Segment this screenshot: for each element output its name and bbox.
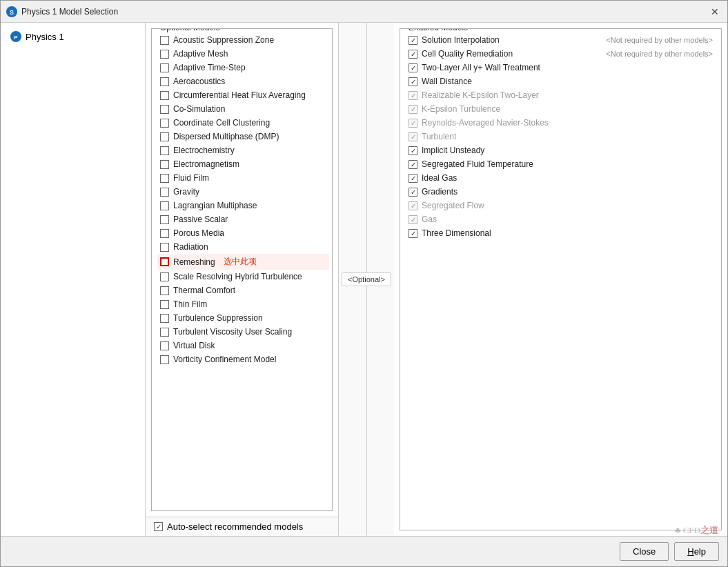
optional-model-item[interactable]: Adaptive Time-Step <box>157 61 329 74</box>
optional-model-checkbox[interactable] <box>160 243 169 252</box>
enabled-model-note: <Not required by other models> <box>606 36 713 44</box>
optional-model-checkbox[interactable] <box>160 328 169 337</box>
optional-model-checkbox[interactable] <box>160 105 169 114</box>
enabled-model-note: <Not required by other models> <box>606 50 713 58</box>
optional-model-checkbox[interactable] <box>160 63 169 72</box>
enabled-model-label: Gradients <box>422 187 458 197</box>
help-label: Help <box>687 546 706 557</box>
optional-model-item[interactable]: Radiation <box>157 240 329 254</box>
optional-model-checkbox[interactable] <box>160 272 169 281</box>
optional-model-checkbox[interactable] <box>160 146 169 155</box>
enabled-model-checkbox[interactable] <box>409 105 417 114</box>
enabled-model-checkbox[interactable] <box>409 63 417 72</box>
optional-model-item[interactable]: Remeshing选中此项 <box>157 254 329 270</box>
enabled-group-box: Enabled Models Solution Interpolation<No… <box>400 28 722 530</box>
enabled-model-checkbox[interactable] <box>409 229 417 238</box>
optional-model-label: Gravity <box>173 187 199 197</box>
optional-model-checkbox[interactable] <box>160 160 169 169</box>
enabled-model-label: Realizable K-Epsilon Two-Layer <box>422 90 539 100</box>
optional-model-item[interactable]: Coordinate Cell Clustering <box>157 116 329 130</box>
auto-select-footer: Auto-select recommended models <box>146 517 338 536</box>
optional-model-item[interactable]: Porous Media <box>157 226 329 240</box>
optional-model-item[interactable]: Passive Scalar <box>157 212 329 226</box>
physics-label: Physics 1 <box>26 32 64 42</box>
physics-icon: P <box>10 31 21 42</box>
physics-item[interactable]: P Physics 1 <box>6 28 139 45</box>
close-dialog-button[interactable]: Close <box>620 542 669 561</box>
enabled-model-checkbox[interactable] <box>409 91 417 100</box>
enabled-model-label: Reynolds-Averaged Navier-Stokes <box>422 118 549 128</box>
optional-model-item[interactable]: Turbulence Suppression <box>157 311 329 325</box>
optional-model-item[interactable]: Circumferential Heat Flux Averaging <box>157 88 329 102</box>
window-body: P Physics 1 Optional Models Acoustic Sup… <box>1 23 727 536</box>
auto-select-label: Auto-select recommended models <box>167 521 303 532</box>
optional-model-checkbox[interactable] <box>160 188 169 197</box>
optional-model-checkbox[interactable] <box>160 77 169 86</box>
enabled-models-list: Solution Interpolation<Not required by o… <box>400 29 721 530</box>
optional-model-item[interactable]: Electrochemistry <box>157 143 329 157</box>
enabled-model-checkbox[interactable] <box>409 119 417 128</box>
svg-text:S: S <box>10 9 14 16</box>
optional-model-checkbox[interactable] <box>160 257 169 266</box>
enabled-model-label: Three Dimensional <box>422 228 491 238</box>
arrow-section: <Optional> <box>339 23 394 536</box>
optional-model-item[interactable]: Turbulent Viscosity User Scaling <box>157 325 329 339</box>
optional-model-checkbox[interactable] <box>160 132 169 141</box>
enabled-model-checkbox[interactable] <box>409 50 417 59</box>
enabled-model-checkbox[interactable] <box>409 160 417 169</box>
optional-model-hint: 选中此项 <box>224 256 257 268</box>
enabled-model-item: Wall Distance <box>406 74 716 88</box>
enabled-model-label: Implicit Unsteady <box>422 146 484 155</box>
optional-model-label: Virtual Disk <box>173 341 215 350</box>
optional-model-checkbox[interactable] <box>160 174 169 183</box>
optional-model-checkbox[interactable] <box>160 286 169 295</box>
optional-model-item[interactable]: Co-Simulation <box>157 102 329 116</box>
optional-model-item[interactable]: Fluid Film <box>157 171 329 185</box>
optional-model-item[interactable]: Thermal Comfort <box>157 284 329 297</box>
optional-model-checkbox[interactable] <box>160 119 169 128</box>
optional-model-item[interactable]: Gravity <box>157 185 329 199</box>
help-button[interactable]: Help <box>674 542 719 561</box>
enabled-model-checkbox[interactable] <box>409 174 417 183</box>
optional-model-item[interactable]: Scale Resolving Hybrid Turbulence <box>157 270 329 284</box>
enabled-model-checkbox[interactable] <box>409 188 417 197</box>
enabled-model-checkbox[interactable] <box>409 132 417 141</box>
optional-model-item[interactable]: Adaptive Mesh <box>157 47 329 61</box>
enabled-model-checkbox[interactable] <box>409 36 417 45</box>
optional-model-item[interactable]: Aeroacoustics <box>157 74 329 88</box>
optional-model-item[interactable]: Electromagnetism <box>157 157 329 171</box>
optional-model-checkbox[interactable] <box>160 314 169 323</box>
optional-model-checkbox[interactable] <box>160 201 169 210</box>
optional-model-checkbox[interactable] <box>160 50 169 59</box>
optional-model-label: Adaptive Time-Step <box>173 63 246 72</box>
optional-model-item[interactable]: Dispersed Multiphase (DMP) <box>157 130 329 143</box>
enabled-model-item: Gradients <box>406 185 716 199</box>
optional-models-panel: Optional Models Acoustic Suppression Zon… <box>146 23 339 536</box>
enabled-model-label: Turbulent <box>422 132 456 141</box>
enabled-models-panel: Enabled Models Solution Interpolation<No… <box>394 23 727 536</box>
enabled-model-checkbox[interactable] <box>409 146 417 155</box>
optional-model-item[interactable]: Thin Film <box>157 297 329 311</box>
enabled-model-checkbox[interactable] <box>409 201 417 210</box>
optional-model-checkbox[interactable] <box>160 229 169 238</box>
optional-model-checkbox[interactable] <box>160 36 169 45</box>
optional-model-item[interactable]: Virtual Disk <box>157 339 329 352</box>
optional-model-label: Passive Scalar <box>173 215 228 224</box>
bottom-bar: ♣ CFD之道 Close Help <box>1 536 727 566</box>
optional-arrow-button[interactable]: <Optional> <box>342 272 391 286</box>
optional-model-item[interactable]: Lagrangian Multiphase <box>157 199 329 212</box>
optional-model-label: Thin Film <box>173 299 207 309</box>
physics-panel: P Physics 1 <box>1 23 146 536</box>
enabled-model-checkbox[interactable] <box>409 215 417 224</box>
enabled-model-checkbox[interactable] <box>409 77 417 86</box>
svg-text:P: P <box>14 34 18 41</box>
optional-model-checkbox[interactable] <box>160 215 169 224</box>
optional-model-item[interactable]: Vorticity Confinement Model <box>157 352 329 366</box>
optional-model-checkbox[interactable] <box>160 355 169 364</box>
optional-model-checkbox[interactable] <box>160 91 169 100</box>
optional-model-checkbox[interactable] <box>160 300 169 309</box>
optional-model-item[interactable]: Acoustic Suppression Zone <box>157 33 329 47</box>
auto-select-checkbox[interactable] <box>154 522 163 531</box>
optional-model-checkbox[interactable] <box>160 341 169 350</box>
close-button[interactable]: ✕ <box>708 5 722 19</box>
